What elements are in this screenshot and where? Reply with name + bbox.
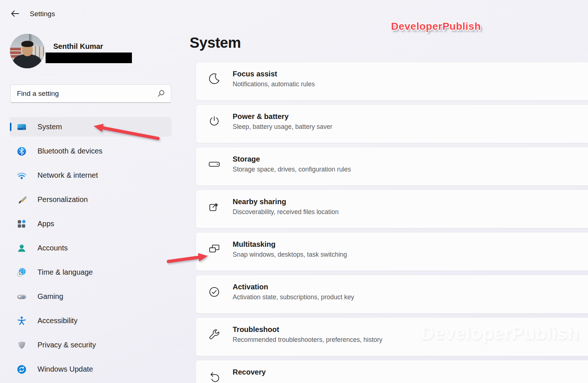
sidebar-item-time-language[interactable]: Time & language [10,263,172,282]
sidebar-nav: System Bluetooth & devices Network & int… [10,117,172,383]
sidebar-item-label: Time & language [37,268,93,277]
accounts-icon [17,243,27,253]
selected-indicator [10,123,11,131]
storage-icon [208,158,220,170]
back-arrow-icon [10,9,20,18]
sidebar-item-label: Accessibility [37,317,78,325]
search-icon[interactable] [157,90,165,98]
sidebar-item-accounts[interactable]: Accounts [10,238,172,258]
nearby-sharing-icon [208,200,220,213]
card-subtitle: Notifications, automatic rules [233,80,315,88]
card-title: Power & battery [233,112,288,121]
card-subtitle: Snap windows, desktops, task switching [233,251,347,259]
card-title: Focus assist [233,70,277,78]
card-subtitle: Activation state, subscriptions, product… [233,293,354,301]
sidebar-item-accessibility[interactable]: Accessibility [10,311,172,330]
developerpublish-watermark-ghost: DeveloperPublish [421,322,579,344]
card-recovery[interactable]: Recovery [196,360,588,383]
page-title: System [190,35,241,51]
bluetooth-icon [17,146,27,156]
avatar [10,34,44,68]
sidebar-item-windows-update[interactable]: Windows Update [10,359,172,379]
system-icon [17,122,27,132]
power-battery-icon [208,115,220,128]
personalization-icon [17,195,27,205]
sidebar-item-label: Gaming [37,292,63,301]
search-box[interactable] [10,84,171,103]
sidebar-item-privacy-security[interactable]: Privacy & security [10,335,172,355]
activation-icon [208,286,220,298]
card-subtitle: Recommended troubleshooters, preferences… [233,336,383,344]
windows-settings-window: Settings Senthil Kumar System [0,0,588,383]
sidebar-item-label: Privacy & security [37,341,96,349]
card-power-battery[interactable]: Power & battery Sleep, battery usage, ba… [196,104,588,143]
sidebar-item-label: System [37,123,62,131]
multitasking-icon [208,243,220,256]
card-nearby-sharing[interactable]: Nearby sharing Discoverability, received… [196,189,588,228]
recovery-icon [208,371,220,383]
sidebar-item-bluetooth-devices[interactable]: Bluetooth & devices [10,141,172,161]
sidebar-item-label: Network & internet [37,171,98,180]
developerpublish-watermark: DeveloperPublish [391,21,481,32]
sidebar-item-label: Bluetooth & devices [37,147,103,155]
card-title: Recovery [233,368,266,376]
apps-icon [17,219,27,229]
card-storage[interactable]: Storage Storage space, drives, configura… [196,147,588,186]
card-subtitle: Sleep, battery usage, battery saver [233,123,332,131]
privacy-security-icon [17,340,27,350]
card-title: Storage [233,155,260,163]
sidebar-item-personalization[interactable]: Personalization [10,190,172,209]
sidebar-item-label: Windows Update [37,365,93,373]
card-focus-assist[interactable]: Focus assist Notifications, automatic ru… [196,62,588,101]
sidebar-item-network-internet[interactable]: Network & internet [10,166,172,185]
sidebar-item-system[interactable]: System [10,117,172,137]
window-title: Settings [30,10,55,18]
network-icon [17,170,27,181]
focus-assist-icon [208,73,220,85]
card-title: Nearby sharing [233,198,286,206]
sidebar-item-apps[interactable]: Apps [10,214,172,234]
card-multitasking[interactable]: Multitasking Snap windows, desktops, tas… [196,232,588,271]
sidebar-item-label: Accounts [37,244,68,252]
accessibility-icon [17,316,27,326]
card-activation[interactable]: Activation Activation state, subscriptio… [196,275,588,314]
card-subtitle: Discoverability, received files location [233,208,339,216]
back-button[interactable] [10,9,20,18]
troubleshoot-icon [208,328,220,341]
card-subtitle: Storage space, drives, configuration rul… [233,166,351,173]
sidebar-item-gaming[interactable]: Gaming [10,287,172,306]
card-title: Activation [233,283,268,291]
card-title: Multitasking [233,240,276,249]
search-input[interactable] [11,90,157,98]
windows-update-icon [17,364,27,375]
card-title: Troubleshoot [233,325,279,334]
gaming-icon [17,292,27,302]
time-language-icon [17,267,27,278]
profile-name: Senthil Kumar [53,42,103,51]
redacted-email-bar [46,53,132,63]
sidebar-item-label: Personalization [37,195,88,204]
sidebar-item-label: Apps [37,220,54,228]
